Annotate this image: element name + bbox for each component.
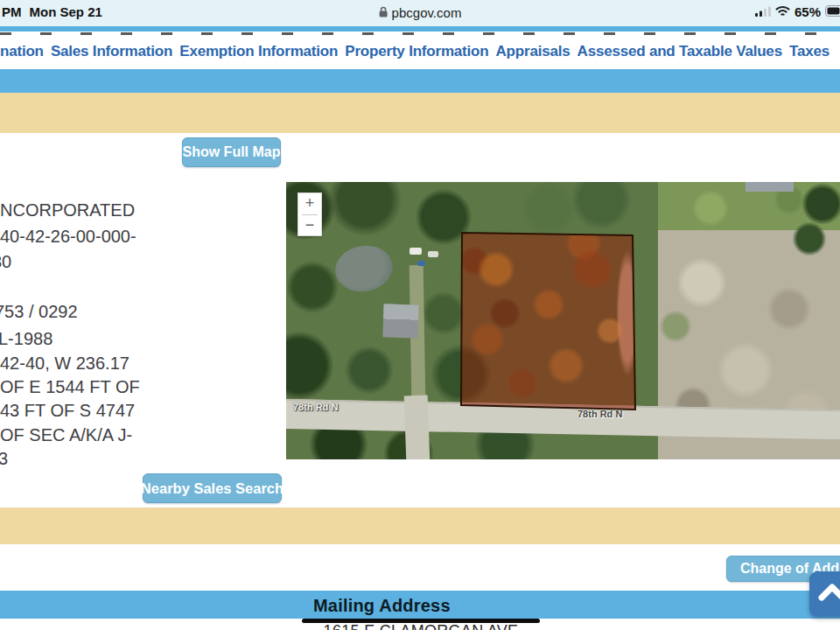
property-line: 43 FT OF S 4747 <box>0 399 140 423</box>
parcel-outline <box>286 182 840 459</box>
map-zoom-control: + − <box>298 192 322 236</box>
battery-percent: 65% <box>794 4 821 19</box>
scroll-to-top-button[interactable] <box>809 571 840 617</box>
nav-item-exemption-information[interactable]: Exemption Information <box>179 43 338 60</box>
property-book-page-block: 753 / 0292 L-1988 <box>0 298 78 353</box>
lock-icon <box>379 5 388 20</box>
status-time-date: PM Mon Sep 21 <box>2 4 102 19</box>
nearby-sales-search-button[interactable]: Nearby Sales Search <box>143 473 282 503</box>
road-label: 78th Rd N <box>578 409 622 419</box>
aerial-map[interactable]: 78th Rd N 78th Rd N + − <box>286 182 840 459</box>
property-line: L-1988 <box>0 326 78 353</box>
zoom-in-button[interactable]: + <box>298 193 321 214</box>
wifi-icon <box>775 4 790 19</box>
property-line: 42-40, W 236.17 <box>0 352 140 375</box>
property-line: OF SEC A/K/A J- <box>0 424 140 447</box>
status-indicators: 65% <box>755 4 840 19</box>
chevron-up-icon <box>815 580 840 608</box>
zoom-out-button[interactable]: − <box>298 215 321 236</box>
nav-list: nation Sales Information Exemption Infor… <box>0 32 840 69</box>
blue-band-top <box>0 69 840 93</box>
nav-item-appraisals[interactable]: Appraisals <box>496 43 570 60</box>
nav-item-taxes[interactable]: Taxes <box>789 43 830 60</box>
property-line: 753 / 0292 <box>0 298 78 326</box>
property-owner-block: NCORPORATED 40-42-26-00-000- 30 <box>0 198 136 276</box>
mailing-address-value: 1615 E CLAMORGAN AVE <box>302 622 540 630</box>
legal-description-block: 42-40, W 236.17 OF E 1544 FT OF 43 FT OF… <box>0 352 140 471</box>
property-line: NCORPORATED <box>0 198 136 224</box>
address-display[interactable]: pbcgov.com <box>379 5 462 20</box>
status-time: PM <box>2 4 22 19</box>
url-text: pbcgov.com <box>392 5 462 20</box>
mailing-address-heading: Mailing Address <box>313 596 451 616</box>
show-full-map-button[interactable]: Show Full Map <box>182 137 281 167</box>
browser-page: PM Mon Sep 21 pbcgov.com <box>0 0 840 630</box>
tan-band-bottom <box>0 508 840 544</box>
nav-item-property-information[interactable]: Property Information <box>345 43 488 60</box>
property-line: 30 <box>0 249 136 276</box>
status-date: Mon Sep 21 <box>30 4 102 19</box>
cellular-signal-icon <box>755 4 771 19</box>
road-label: 78th Rd N <box>293 402 338 412</box>
section-navbar: nation Sales Information Exemption Infor… <box>0 32 840 69</box>
tan-band-top <box>0 93 840 133</box>
nav-item-owner-information-clipped[interactable]: nation <box>0 43 44 60</box>
battery-icon <box>825 4 840 19</box>
property-line: OF E 1544 FT OF <box>0 375 140 399</box>
status-bar: PM Mon Sep 21 pbcgov.com <box>0 0 840 26</box>
nav-item-assessed-taxable-values[interactable]: Assessed and Taxable Values <box>578 43 782 60</box>
property-line: 3 <box>0 447 140 471</box>
nav-item-sales-information[interactable]: Sales Information <box>51 43 172 60</box>
property-line: 40-42-26-00-000- <box>0 224 136 250</box>
